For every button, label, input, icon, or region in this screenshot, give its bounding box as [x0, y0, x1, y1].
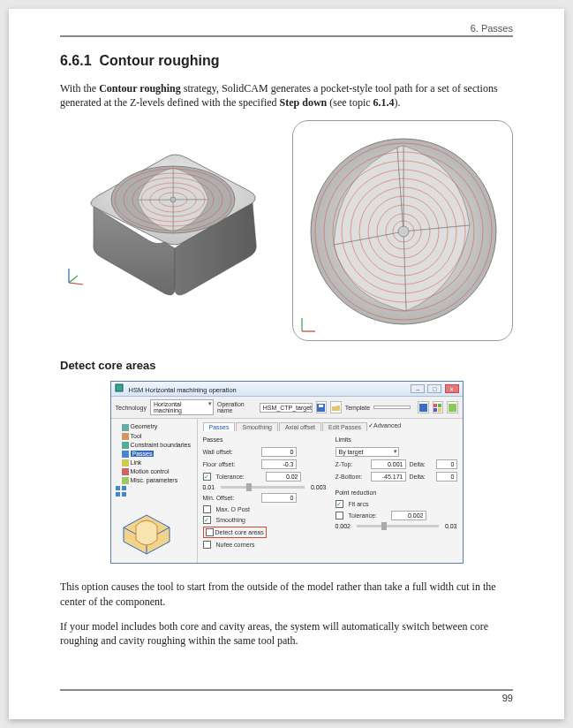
svg-line-10 [69, 276, 78, 283]
page: 6. Passes 6.6.1 Contour roughing With th… [9, 9, 564, 719]
tree-item-constraint[interactable]: Constraint boundaries [115, 441, 193, 450]
tol-max: 0.003 [311, 484, 327, 490]
svg-rect-30 [438, 404, 441, 407]
link-icon [122, 459, 129, 466]
smoothing-checkbox[interactable]: ✓ [203, 516, 211, 524]
wall-offset-label: Wall offset: [203, 449, 258, 455]
technology-combo[interactable]: Horizontal machining [150, 399, 214, 415]
pr-tolerance-checkbox[interactable] [336, 512, 343, 519]
tool-icon [122, 433, 129, 440]
template-label: Template [345, 405, 370, 411]
detect-core-checkbox[interactable] [206, 528, 214, 536]
fit-arcs-checkbox[interactable]: ✓ [336, 500, 343, 508]
tab-edit-passes[interactable]: Edit Passes [322, 422, 367, 431]
tolerance-slider[interactable] [221, 486, 305, 489]
zbottom-delta-input[interactable]: 0 [436, 472, 457, 482]
opname-input[interactable]: HSM_CTP_target [260, 403, 313, 413]
maximize-button[interactable]: □ [427, 384, 441, 393]
boundary-icon [122, 442, 129, 449]
preview-3d-icon [115, 501, 191, 559]
tabs: Passes Smoothing Axial offset Edit Passe… [203, 422, 457, 431]
svg-rect-25 [116, 384, 123, 391]
ztop-delta-input[interactable]: 0 [436, 459, 457, 469]
svg-point-22 [398, 226, 409, 237]
tab-smoothing[interactable]: Smoothing [236, 422, 277, 431]
tolerance-label: Tolerance: [216, 474, 262, 480]
opname-label: Operation name [217, 401, 256, 413]
pr-slider[interactable] [357, 525, 439, 527]
section-title: Contour roughing [99, 53, 219, 68]
max-opost-label: Max. O Post [216, 506, 271, 512]
ztop-delta-label: Delta: [410, 461, 433, 467]
open-icon[interactable] [330, 401, 341, 413]
wall-offset-input[interactable]: 0 [261, 447, 297, 457]
svg-rect-36 [122, 442, 129, 449]
pr-min: 0.002 [336, 523, 351, 529]
figure-top-view [292, 120, 513, 341]
parameters-panel: Passes Smoothing Axial offset Edit Passe… [198, 419, 463, 563]
svg-rect-29 [434, 404, 437, 407]
pr-max: 0.03 [445, 523, 457, 529]
motion-icon [122, 468, 129, 475]
tree-panel: Geometry Tool Constraint boundaries Pass… [111, 419, 198, 563]
svg-rect-38 [122, 459, 129, 466]
svg-rect-34 [122, 424, 129, 431]
nufee-checkbox[interactable] [203, 541, 211, 549]
tree-item-misc[interactable]: Misc. parameters [115, 476, 193, 485]
grid-icon[interactable] [115, 485, 127, 497]
svg-rect-42 [122, 486, 126, 490]
tree-item-link[interactable]: Link [115, 459, 193, 467]
operation-tree: Geometry Tool Constraint boundaries Pass… [115, 422, 193, 485]
ztop-input[interactable]: 0.001 [371, 459, 406, 469]
advanced-toggle[interactable]: ✓Advanced [368, 422, 401, 431]
dialog-title: HSM Horizontal machining operation [129, 386, 237, 394]
template-input[interactable] [373, 406, 411, 409]
tab-axial-offset[interactable]: Axial offset [279, 422, 321, 431]
svg-line-9 [69, 283, 83, 284]
point-reduction-label: Point reduction [336, 489, 457, 496]
close-button[interactable]: × [445, 384, 459, 393]
axis-triad-icon [64, 265, 87, 288]
limits-by-combo[interactable]: By target [336, 447, 399, 457]
tree-item-passes[interactable]: Passes [115, 450, 193, 459]
dialog-titlebar: HSM Horizontal machining operation – □ × [111, 382, 463, 397]
svg-rect-31 [434, 408, 437, 412]
figure-row [60, 120, 513, 341]
page-footer: 99 [60, 689, 513, 703]
svg-rect-44 [122, 492, 126, 497]
min-offset-input[interactable]: 0 [261, 493, 297, 503]
save-icon[interactable] [316, 401, 327, 413]
tree-item-tool[interactable]: Tool [115, 432, 193, 441]
svg-rect-41 [116, 486, 120, 490]
floor-offset-label: Floor offset: [203, 461, 258, 467]
zbottom-input[interactable]: -45.171 [371, 472, 406, 482]
misc-icon [122, 477, 129, 484]
chapter-label: 6. Passes [471, 23, 513, 34]
tab-passes[interactable]: Passes [203, 422, 236, 431]
tree-item-motion[interactable]: Motion control [115, 467, 193, 476]
max-opost-checkbox[interactable] [203, 505, 211, 513]
page-number: 99 [502, 693, 513, 703]
tolerance-input[interactable]: 0.02 [266, 472, 301, 482]
paragraph-1: This option causes the tool to start fro… [60, 580, 513, 608]
swatch-icon[interactable] [447, 401, 457, 413]
tree-item-geometry[interactable]: Geometry [115, 422, 193, 431]
svg-rect-43 [116, 492, 120, 497]
palette-icon[interactable] [433, 401, 443, 413]
pr-tolerance-input[interactable]: 0.002 [391, 511, 426, 520]
floor-offset-input[interactable]: -0.3 [261, 459, 297, 469]
cube-icon [122, 424, 129, 431]
zbottom-label: Z-Bottom: [336, 474, 367, 480]
minimize-button[interactable]: – [411, 384, 425, 393]
save-template-icon[interactable] [418, 401, 428, 413]
dialog-window: HSM Horizontal machining operation – □ ×… [110, 381, 464, 564]
svg-rect-37 [122, 451, 129, 458]
svg-rect-39 [122, 468, 129, 475]
window-icon [115, 383, 124, 392]
tolerance-checkbox[interactable]: ✓ [203, 473, 211, 481]
section-heading: 6.6.1 Contour roughing [60, 53, 513, 69]
tol-min: 0.01 [203, 484, 215, 490]
axis-xy-icon [298, 315, 318, 335]
figure-3d-model [60, 120, 272, 297]
ztop-label: Z-Top: [336, 461, 367, 467]
